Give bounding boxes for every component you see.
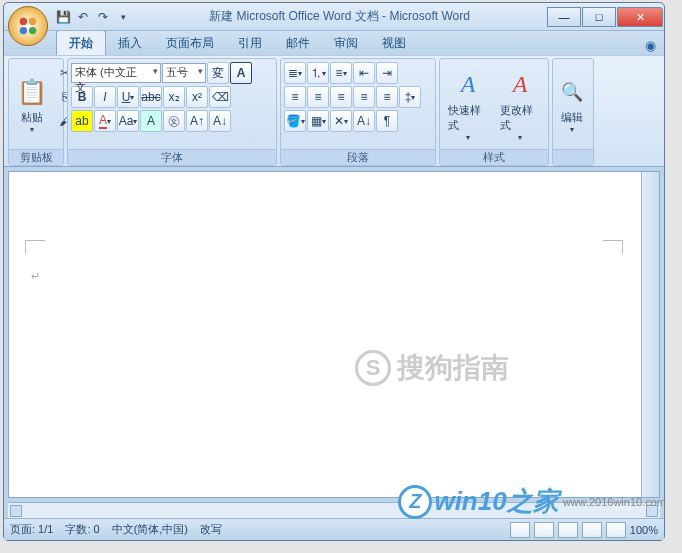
change-styles-button[interactable]: A 更改样式 ▾ [495, 62, 545, 146]
window-controls: — □ ✕ [547, 6, 664, 27]
grow-font-button[interactable]: A↑ [186, 110, 208, 132]
margin-corner [603, 240, 623, 254]
titlebar: 💾 ↶ ↷ ▾ 新建 Microsoft Office Word 文档 - Mi… [4, 3, 664, 31]
quick-access-toolbar: 💾 ↶ ↷ ▾ [54, 8, 132, 26]
tab-page-layout[interactable]: 页面布局 [154, 31, 226, 55]
group-label-font: 字体 [68, 149, 276, 165]
align-left-button[interactable]: ≡ [284, 86, 306, 108]
borders-button[interactable]: ▦▾ [307, 110, 329, 132]
clear-formatting-icon[interactable]: ⌫ [209, 86, 231, 108]
align-center-button[interactable]: ≡ [307, 86, 329, 108]
strikethrough-button[interactable]: abc [140, 86, 162, 108]
group-paragraph: ≣▾ ⒈▾ ≡▾ ⇤ ⇥ ≡ ≡ ≡ ≡ ≡ ‡▾ 🪣▾ ▦▾ ✕ [280, 58, 436, 166]
clipboard-icon: 📋 [17, 74, 47, 110]
save-icon[interactable]: 💾 [54, 8, 72, 26]
font-family-select[interactable]: 宋体 (中文正文 [71, 63, 161, 83]
help-icon[interactable]: ◉ [645, 38, 656, 55]
win10-logo-icon: Z [398, 485, 432, 519]
watermark-win10: Z win10之家 www.2016win10.com [398, 484, 666, 519]
distributed-button[interactable]: ≡ [376, 86, 398, 108]
paste-button[interactable]: 📋 粘贴 ▾ [12, 62, 52, 146]
enclose-char-button[interactable]: ㊛ [163, 110, 185, 132]
character-border-icon[interactable]: A [230, 62, 252, 84]
undo-icon[interactable]: ↶ [74, 8, 92, 26]
chevron-down-icon: ▾ [518, 133, 522, 142]
statusbar: 页面: 1/1 字数: 0 中文(简体,中国) 改写 100% [4, 518, 664, 540]
zoom-level[interactable]: 100% [630, 524, 658, 536]
underline-button[interactable]: U▾ [117, 86, 139, 108]
minimize-button[interactable]: — [547, 7, 581, 27]
chevron-down-icon: ▾ [30, 125, 34, 134]
view-web-layout-button[interactable] [558, 522, 578, 538]
maximize-button[interactable]: □ [582, 7, 616, 27]
ribbon-tabs: 开始 插入 页面布局 引用 邮件 审阅 视图 ◉ [4, 31, 664, 55]
bullets-button[interactable]: ≣▾ [284, 62, 306, 84]
office-button[interactable] [8, 6, 48, 46]
group-label-editing [553, 149, 593, 165]
font-color-button[interactable]: A▾ [94, 110, 116, 132]
align-right-button[interactable]: ≡ [330, 86, 352, 108]
svg-point-2 [20, 27, 27, 34]
numbering-button[interactable]: ⒈▾ [307, 62, 329, 84]
chevron-down-icon: ▾ [466, 133, 470, 142]
view-draft-button[interactable] [606, 522, 626, 538]
group-label-styles: 样式 [440, 149, 548, 165]
view-print-layout-button[interactable] [510, 522, 530, 538]
status-language[interactable]: 中文(简体,中国) [112, 522, 188, 537]
asian-layout-button[interactable]: ✕▾ [330, 110, 352, 132]
redo-icon[interactable]: ↷ [94, 8, 112, 26]
view-outline-button[interactable] [582, 522, 602, 538]
tab-home[interactable]: 开始 [56, 30, 106, 55]
change-case-button[interactable]: Aa▾ [117, 110, 139, 132]
sogou-logo-icon: S [355, 350, 391, 386]
group-editing: 🔍 编辑 ▾ [552, 58, 594, 166]
svg-point-3 [29, 27, 36, 34]
view-full-screen-button[interactable] [534, 522, 554, 538]
svg-point-1 [29, 18, 36, 25]
char-shading-button[interactable]: A [140, 110, 162, 132]
close-button[interactable]: ✕ [617, 7, 663, 27]
group-clipboard: 📋 粘贴 ▾ ✂ ⎘ 🖌 剪贴板 [8, 58, 64, 166]
shading-button[interactable]: 🪣▾ [284, 110, 306, 132]
justify-button[interactable]: ≡ [353, 86, 375, 108]
svg-point-0 [20, 18, 27, 25]
status-mode[interactable]: 改写 [200, 522, 222, 537]
editing-button[interactable]: 🔍 编辑 ▾ [556, 62, 588, 146]
page[interactable]: ↵ [19, 182, 629, 467]
margin-corner [25, 240, 45, 254]
group-font: 宋体 (中文正文 五号 変 A B I U▾ abc x₂ x² ⌫ ab A▾ [67, 58, 277, 166]
vertical-scrollbar[interactable] [641, 172, 659, 497]
tab-view[interactable]: 视图 [370, 31, 418, 55]
show-hide-button[interactable]: ¶ [376, 110, 398, 132]
decrease-indent-button[interactable]: ⇤ [353, 62, 375, 84]
quick-styles-icon: A [461, 67, 476, 103]
multilevel-list-button[interactable]: ≡▾ [330, 62, 352, 84]
cursor-mark: ↵ [31, 270, 40, 283]
scroll-left-icon[interactable] [10, 505, 22, 517]
status-words[interactable]: 字数: 0 [65, 522, 99, 537]
shrink-font-button[interactable]: A↓ [209, 110, 231, 132]
highlight-color-button[interactable]: ab [71, 110, 93, 132]
phonetic-guide-icon[interactable]: 変 [207, 62, 229, 84]
superscript-button[interactable]: x² [186, 86, 208, 108]
quick-styles-button[interactable]: A 快速样式 ▾ [443, 62, 493, 146]
sort-button[interactable]: A↓ [353, 110, 375, 132]
increase-indent-button[interactable]: ⇥ [376, 62, 398, 84]
tab-review[interactable]: 审阅 [322, 31, 370, 55]
tab-mailings[interactable]: 邮件 [274, 31, 322, 55]
app-window: 💾 ↶ ↷ ▾ 新建 Microsoft Office Word 文档 - Mi… [3, 2, 665, 541]
status-page[interactable]: 页面: 1/1 [10, 522, 53, 537]
chevron-down-icon: ▾ [570, 125, 574, 134]
group-styles: A 快速样式 ▾ A 更改样式 ▾ 样式 [439, 58, 549, 166]
tab-references[interactable]: 引用 [226, 31, 274, 55]
tab-insert[interactable]: 插入 [106, 31, 154, 55]
line-spacing-button[interactable]: ‡▾ [399, 86, 421, 108]
window-title: 新建 Microsoft Office Word 文档 - Microsoft … [132, 8, 547, 25]
italic-button[interactable]: I [94, 86, 116, 108]
document-area[interactable]: ↵ S 搜狗指南 [8, 171, 660, 498]
change-styles-icon: A [513, 67, 528, 103]
qat-dropdown-icon[interactable]: ▾ [114, 8, 132, 26]
font-size-select[interactable]: 五号 [162, 63, 206, 83]
ribbon: 📋 粘贴 ▾ ✂ ⎘ 🖌 剪贴板 宋体 (中文正文 五号 変 A [4, 55, 664, 167]
subscript-button[interactable]: x₂ [163, 86, 185, 108]
